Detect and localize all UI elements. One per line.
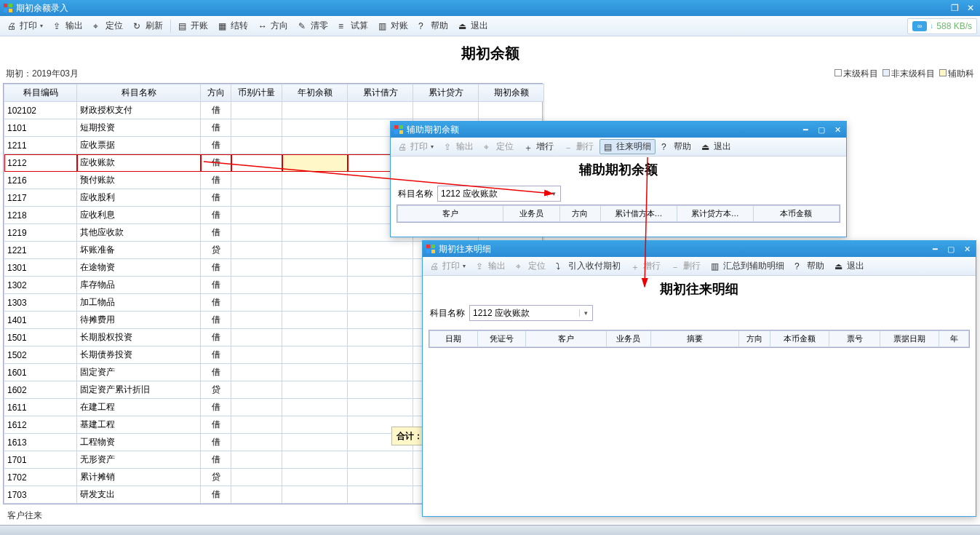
chevron-down-icon[interactable]: ▾ — [547, 190, 560, 197]
column-header[interactable]: 凭证号 — [477, 331, 525, 347]
page-title: 期初余额 — [0, 36, 980, 68]
cloud-icon: ∞ — [912, 21, 927, 31]
open-button[interactable]: ▤开账 — [174, 18, 212, 33]
refresh-button[interactable]: ↻刷新 — [129, 18, 167, 33]
export-button[interactable]: ⇪输出 — [439, 139, 478, 154]
popup1-grid[interactable]: 客户业务员方向累计借方本…累计贷方本…本币金额 — [397, 205, 840, 223]
details-button[interactable]: ▤往来明细 — [599, 139, 656, 154]
popup2-titlebar[interactable]: 期初往来明细 ━ ▢ ✕ — [423, 241, 976, 257]
export-button[interactable]: ⇪输出 — [471, 258, 510, 274]
main-toolbar: 🖨打印▾ ⇪输出 ⌖定位 ↻刷新 ▤开账 ▦结转 ↔方向 ✎清零 ≡试算 ▥对账… — [0, 16, 980, 36]
addrow-button[interactable]: ＋增行 — [519, 139, 558, 154]
exit-button[interactable]: ⏏退出 — [830, 258, 869, 274]
column-header[interactable]: 业务员 — [606, 331, 650, 347]
restore-icon[interactable]: ❐ — [948, 3, 961, 13]
svg-rect-10 — [426, 250, 430, 253]
chevron-down-icon[interactable]: ▾ — [579, 309, 592, 317]
period-label: 期初：2019年03月 — [6, 68, 79, 80]
trial-button[interactable]: ≡试算 — [334, 18, 373, 33]
column-header[interactable]: 客户 — [525, 331, 606, 347]
help-button[interactable]: ?帮助 — [414, 18, 453, 33]
popup1-page-title: 辅助期初余额 — [391, 156, 846, 183]
locate-button[interactable]: ⌖定位 — [89, 18, 127, 33]
exit-icon: ⏏ — [458, 21, 469, 31]
popup1-toolbar: 🖨打印▾ ⇪输出 ⌖定位 ＋增行 －删行 ▤往来明细 ?帮助 ⏏退出 — [391, 138, 846, 156]
main-titlebar: 期初余额录入 ❐ ✕ — [0, 0, 980, 16]
recon-button[interactable]: ▥对账 — [374, 18, 413, 33]
column-header[interactable]: 科目名称 — [77, 84, 201, 102]
column-header[interactable]: 累计借方本… — [600, 206, 677, 222]
delrow-button[interactable]: －删行 — [559, 139, 598, 154]
column-header[interactable]: 期初余额 — [479, 84, 544, 102]
column-header[interactable]: 摘要 — [650, 331, 738, 347]
app-icon — [3, 3, 13, 13]
clear-button[interactable]: ✎清零 — [294, 18, 332, 33]
popup1-subject-input[interactable] — [438, 186, 547, 201]
column-header[interactable]: 币别/计量 — [231, 84, 282, 102]
popup2-toolbar: 🖨打印▾ ⇪输出 ⌖定位 ⤵引入收付期初 ＋增行 －删行 ▥汇总到辅助明细 ?帮… — [423, 257, 976, 276]
maximize-icon[interactable]: ▢ — [816, 124, 827, 135]
svg-rect-7 — [399, 130, 403, 134]
close-icon[interactable]: ✕ — [832, 124, 843, 135]
column-header[interactable]: 票号 — [829, 331, 880, 347]
column-header[interactable]: 业务员 — [503, 206, 560, 222]
column-header[interactable]: 科目编码 — [4, 84, 77, 102]
popup-aux-balance: 辅助期初余额 ━ ▢ ✕ 🖨打印▾ ⇪输出 ⌖定位 ＋增行 －删行 ▤往来明细 … — [390, 121, 847, 237]
settle-button[interactable]: ▦结转 — [214, 18, 252, 33]
recon-icon: ▥ — [378, 21, 389, 31]
column-header[interactable]: 累计贷方本… — [677, 206, 753, 222]
exit-button[interactable]: ⏏退出 — [697, 139, 736, 154]
table-row[interactable]: 102102财政授权支付借 — [4, 102, 544, 119]
column-header[interactable]: 本币金额 — [770, 331, 829, 347]
column-header[interactable]: 方向 — [560, 206, 600, 222]
exit-button[interactable]: ⏏退出 — [454, 18, 493, 33]
taskbar — [0, 525, 980, 535]
export-icon: ⇪ — [53, 21, 63, 31]
popup2-title: 期初往来明细 — [439, 243, 491, 255]
close-icon[interactable]: ✕ — [961, 244, 973, 254]
svg-rect-9 — [431, 245, 435, 248]
column-header[interactable]: 年 — [939, 331, 969, 347]
popup2-subject-input[interactable] — [470, 306, 579, 320]
help-button[interactable]: ?帮助 — [790, 258, 829, 274]
book-icon: ▤ — [178, 21, 188, 31]
minimize-icon[interactable]: ━ — [929, 244, 941, 254]
download-icon: ↓ — [930, 22, 933, 30]
popup2-field-label: 科目名称 — [430, 307, 465, 320]
locate-button[interactable]: ⌖定位 — [479, 139, 518, 154]
svg-rect-3 — [9, 9, 12, 12]
summary-button[interactable]: ▥汇总到辅助明细 — [706, 258, 789, 274]
locate-icon: ⌖ — [93, 21, 103, 31]
export-button[interactable]: ⇪输出 — [49, 18, 87, 33]
direction-button[interactable]: ↔方向 — [254, 18, 292, 33]
print-button[interactable]: 🖨打印▾ — [426, 258, 470, 274]
addrow-button[interactable]: ＋增行 — [626, 258, 665, 274]
print-button[interactable]: 🖨打印▾ — [394, 139, 438, 154]
settle-icon: ▦ — [218, 21, 228, 31]
maximize-icon[interactable]: ▢ — [945, 244, 957, 254]
popup2-subject-combo[interactable]: ▾ — [469, 305, 593, 321]
minimize-icon[interactable]: ━ — [800, 124, 811, 135]
column-header[interactable]: 方向 — [739, 331, 770, 347]
column-header[interactable]: 本币金额 — [753, 206, 839, 222]
column-header[interactable]: 方向 — [201, 84, 231, 102]
svg-rect-4 — [394, 125, 398, 129]
svg-rect-5 — [399, 125, 403, 129]
import-button[interactable]: ⤵引入收付期初 — [551, 258, 625, 274]
popup1-titlebar[interactable]: 辅助期初余额 ━ ▢ ✕ — [391, 122, 846, 138]
column-header[interactable]: 日期 — [430, 331, 478, 347]
close-icon[interactable]: ✕ — [964, 3, 977, 13]
column-header[interactable]: 年初余额 — [282, 84, 348, 102]
locate-button[interactable]: ⌖定位 — [511, 258, 550, 274]
help-button[interactable]: ?帮助 — [657, 139, 696, 154]
main-title: 期初余额录入 — [16, 2, 68, 15]
column-header[interactable]: 累计借方 — [348, 84, 413, 102]
column-header[interactable]: 累计贷方 — [413, 84, 479, 102]
column-header[interactable]: 客户 — [398, 206, 503, 222]
popup1-subject-combo[interactable]: ▾ — [437, 186, 561, 202]
popup2-grid[interactable]: 日期凭证号客户业务员摘要方向本币金额票号票据日期年 — [429, 330, 970, 348]
print-button[interactable]: 🖨打印▾ — [3, 18, 47, 33]
delrow-button[interactable]: －删行 — [666, 258, 705, 274]
app-icon — [426, 244, 436, 254]
column-header[interactable]: 票据日期 — [880, 331, 939, 347]
